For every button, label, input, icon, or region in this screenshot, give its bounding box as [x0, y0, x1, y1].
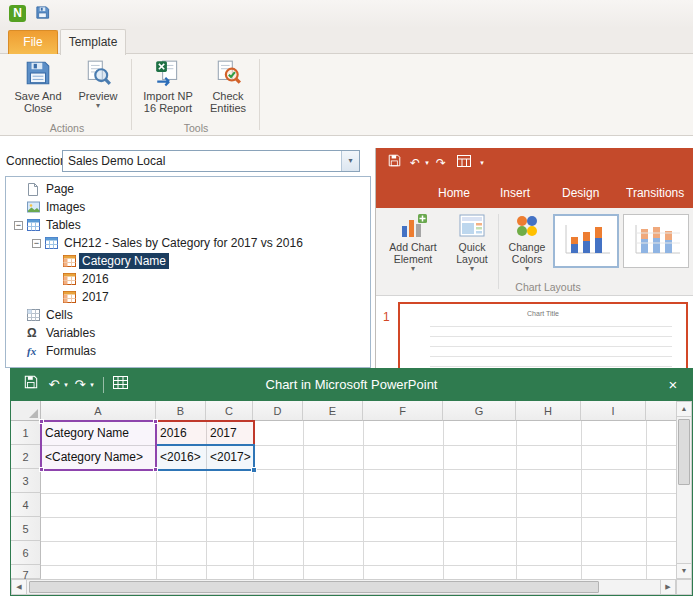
row-header-2[interactable]: 2 — [11, 445, 41, 469]
cell-a2[interactable]: <Category Name> — [45, 445, 153, 469]
tree-item-2017[interactable]: 2017 — [6, 288, 370, 306]
collapse-expander[interactable]: − — [14, 221, 23, 230]
horizontal-scroll-thumb[interactable] — [29, 581, 599, 593]
tree-item-2016[interactable]: 2016 — [6, 270, 370, 288]
excel-edit-in-excel-button[interactable] — [109, 369, 131, 401]
ppt-undo-button[interactable]: ↶ — [408, 148, 422, 178]
app-titlebar: N — [0, 0, 693, 28]
scroll-up-button[interactable]: ▲ — [676, 401, 692, 417]
scroll-right-button[interactable]: ▶ — [660, 579, 676, 595]
chart-gridline — [430, 326, 672, 327]
tree-item-label: 2016 — [79, 271, 112, 287]
tree-item-variables[interactable]: Ω Variables — [6, 324, 370, 342]
range-handle[interactable] — [39, 467, 44, 472]
connection-select[interactable]: Sales Demo Local ▾ — [62, 150, 360, 172]
scroll-down-button[interactable]: ▼ — [676, 563, 692, 579]
redo-icon: ↷ — [75, 377, 86, 392]
chevron-down-icon: ▾ — [90, 381, 94, 388]
column-header-f[interactable]: F — [363, 401, 443, 421]
column-header-i[interactable]: I — [581, 401, 646, 421]
row-header-3[interactable]: 3 — [11, 469, 41, 493]
tree-item-ch212-table[interactable]: − CH212 - Sales by Category for 2017 vs … — [6, 234, 370, 252]
excel-grid-icon — [113, 376, 128, 389]
tree-item-label: Page — [43, 181, 77, 197]
column-header-e[interactable]: E — [303, 401, 363, 421]
column-header-g[interactable]: G — [443, 401, 516, 421]
spreadsheet: A B C D E F G H I 1 2 3 4 5 6 7 — [11, 401, 692, 595]
save-and-close-button[interactable]: Save And Close — [10, 58, 66, 114]
tab-template[interactable]: Template — [60, 29, 126, 55]
preview-button[interactable]: Preview ▾ — [72, 58, 124, 110]
tree-item-tables[interactable]: − Tables — [6, 216, 370, 234]
import-np16-report-button[interactable]: Import NP 16 Report — [138, 58, 198, 114]
ppt-save-button[interactable] — [384, 148, 404, 178]
ppt-view-table-button[interactable] — [454, 148, 474, 178]
row-header-6[interactable]: 6 — [11, 541, 41, 565]
slide-thumbnail[interactable]: Chart Title — [398, 302, 688, 372]
undo-icon: ↶ — [49, 377, 60, 392]
ppt-tab-home[interactable]: Home — [438, 178, 470, 208]
column-header-b[interactable]: B — [156, 401, 206, 421]
ppt-qat-customize-button[interactable]: ▾ — [476, 148, 488, 178]
column-header-d[interactable]: D — [253, 401, 303, 421]
range-handle[interactable] — [153, 419, 158, 424]
quick-layout-button[interactable]: Quick Layout ▾ — [448, 212, 496, 273]
ppt-undo-dropdown[interactable]: ▾ — [422, 148, 432, 178]
column-header-a[interactable]: A — [41, 401, 156, 421]
tree-item-category-name[interactable]: Category Name — [6, 252, 370, 270]
cell-b2[interactable]: <2016> — [160, 445, 204, 469]
excel-titlebar: ↶ ▾ ↷ ▾ Chart in Microsoft PowerPoint × — [11, 369, 692, 401]
chart-style-preview-icon — [558, 221, 614, 261]
row-header-7[interactable]: 7 — [11, 565, 41, 579]
scroll-left-button[interactable]: ◀ — [11, 579, 27, 595]
column-header-h[interactable]: H — [516, 401, 581, 421]
chevron-down-icon: ▾ — [480, 159, 484, 166]
tab-file[interactable]: File — [8, 30, 58, 54]
ppt-tab-design[interactable]: Design — [562, 178, 599, 208]
gridline — [41, 493, 678, 494]
chart-style-thumbnail-1[interactable] — [553, 214, 619, 268]
tree-item-cells[interactable]: Cells — [6, 306, 370, 324]
excel-undo-button[interactable]: ↶ — [47, 369, 61, 401]
quick-save-button[interactable] — [32, 5, 52, 23]
tree-item-label: 2017 — [79, 289, 112, 305]
ribbon: Save And Close Preview ▾ Actions Import … — [0, 54, 693, 136]
excel-redo-button[interactable]: ↷ — [73, 369, 87, 401]
fill-handle[interactable] — [251, 467, 257, 473]
cell-c1[interactable]: 2017 — [210, 421, 251, 445]
column-header-c[interactable]: C — [206, 401, 253, 421]
row-header-4[interactable]: 4 — [11, 493, 41, 517]
close-icon[interactable]: × — [658, 369, 688, 401]
change-colors-button[interactable]: Change Colors ▾ — [502, 212, 552, 273]
row-header-5[interactable]: 5 — [11, 517, 41, 541]
excel-undo-dropdown[interactable]: ▾ — [61, 369, 71, 401]
ppt-tab-transitions[interactable]: Transitions — [626, 178, 684, 208]
cells-grid-icon — [27, 309, 43, 321]
excel-redo-dropdown[interactable]: ▾ — [87, 369, 97, 401]
range-handle[interactable] — [153, 467, 158, 472]
ppt-tab-insert[interactable]: Insert — [500, 178, 530, 208]
chart-style-thumbnail-2[interactable] — [623, 214, 689, 268]
collapse-expander[interactable]: − — [32, 239, 41, 248]
group-separator — [498, 214, 499, 289]
powerpoint-tab-row: Home Insert Design Transitions — [376, 178, 693, 208]
vertical-scroll-thumb[interactable] — [678, 419, 690, 485]
cell-c2[interactable]: <2017> — [210, 445, 251, 469]
chart-gridline — [430, 346, 672, 347]
check-entities-button[interactable]: Check Entities — [202, 58, 254, 114]
range-handle[interactable] — [39, 419, 44, 424]
tree-item-formulas[interactable]: fx Formulas — [6, 342, 370, 360]
tree-item-images[interactable]: Images — [6, 198, 370, 216]
cell-a1[interactable]: Category Name — [45, 421, 153, 445]
add-chart-element-button[interactable]: Add Chart Element ▾ — [381, 212, 445, 273]
chevron-down-icon: ▾ — [525, 265, 529, 273]
row-header-1[interactable]: 1 — [11, 421, 41, 445]
tree-item-label: Images — [43, 199, 88, 215]
chevron-down-icon: ▾ — [341, 151, 359, 171]
select-all-corner[interactable] — [11, 401, 41, 421]
cell-b1[interactable]: 2016 — [160, 421, 204, 445]
ppt-redo-button[interactable]: ↷ — [434, 148, 448, 178]
images-icon — [27, 201, 43, 213]
excel-save-button[interactable] — [21, 369, 41, 401]
tree-item-page[interactable]: Page — [6, 180, 370, 198]
